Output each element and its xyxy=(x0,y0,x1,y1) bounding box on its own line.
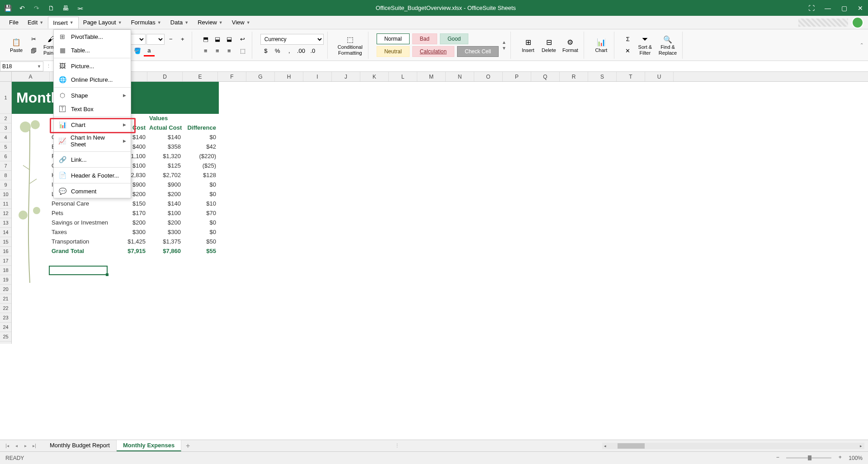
align-left-icon[interactable]: ≡ xyxy=(200,46,211,56)
avatar[interactable] xyxy=(852,17,863,28)
conditional-formatting-button[interactable]: ⬚ Conditional Formatting xyxy=(336,33,364,56)
row-header[interactable]: 8 xyxy=(0,171,11,180)
row-header[interactable]: 15 xyxy=(0,237,11,247)
column-header[interactable]: R xyxy=(560,72,588,81)
menu-item-text-box[interactable]: 🅃Text Box xyxy=(54,102,131,116)
style-good[interactable]: Good xyxy=(440,33,468,44)
cell[interactable]: $140 xyxy=(147,133,183,142)
menu-formulas[interactable]: Formulas ▼ xyxy=(127,17,166,28)
font-size-select[interactable] xyxy=(146,34,165,45)
cell[interactable]: Taxes xyxy=(50,228,108,237)
menu-item-chart-in-new-sheet[interactable]: 📈Chart In New Sheet▶ xyxy=(54,131,131,150)
cell[interactable]: $0 xyxy=(183,218,218,228)
cell[interactable]: Pets xyxy=(50,209,108,218)
cell[interactable]: Personal Care xyxy=(50,199,108,209)
column-header[interactable]: N xyxy=(446,72,474,81)
menu-page-layout[interactable]: Page Layout ▼ xyxy=(79,17,127,28)
align-top-icon[interactable]: ⬒ xyxy=(200,34,211,45)
collapse-ribbon-icon[interactable]: ⌃ xyxy=(859,42,864,47)
row-header[interactable]: 4 xyxy=(0,133,11,142)
row-header[interactable]: 7 xyxy=(0,161,11,171)
add-sheet-button[interactable]: + xyxy=(181,442,194,450)
row-header[interactable]: 23 xyxy=(0,313,11,323)
styles-down-icon[interactable]: ▼ xyxy=(501,46,507,51)
undo-icon[interactable]: ↶ xyxy=(18,4,26,12)
column-header[interactable]: F xyxy=(218,72,246,81)
currency-icon[interactable]: $ xyxy=(260,46,271,56)
row-header[interactable]: 1 xyxy=(0,82,11,114)
column-header[interactable]: I xyxy=(303,72,332,81)
sheet-tab[interactable]: Monthly Budget Report xyxy=(43,440,117,451)
column-header[interactable]: S xyxy=(588,72,617,81)
cell[interactable]: Values xyxy=(147,114,218,123)
style-normal[interactable]: Normal xyxy=(377,33,410,44)
row-header[interactable]: 24 xyxy=(0,323,11,332)
cell[interactable]: Savings or Investmen xyxy=(50,218,108,228)
row-header[interactable]: 22 xyxy=(0,304,11,313)
menu-item-link[interactable]: 🔗Link... xyxy=(54,153,131,166)
row-header[interactable]: 14 xyxy=(0,228,11,237)
menu-item-header-footer[interactable]: 📄Header & Footer... xyxy=(54,169,131,182)
minimize-icon[interactable]: — xyxy=(824,4,832,12)
delete-button[interactable]: ⊟Delete xyxy=(540,37,558,54)
row-header[interactable]: 17 xyxy=(0,256,11,266)
menu-view[interactable]: View ▼ xyxy=(227,17,255,28)
cell[interactable]: $125 xyxy=(147,161,183,171)
sort-filter-button[interactable]: ⏷Sort & Filter xyxy=(636,33,654,56)
cell[interactable]: $7,915 xyxy=(108,247,147,256)
row-header[interactable]: 25 xyxy=(0,332,11,342)
zoom-out-button[interactable]: − xyxy=(774,454,782,462)
cell[interactable]: $1,320 xyxy=(147,152,183,161)
cell[interactable]: $300 xyxy=(108,228,147,237)
row-header[interactable]: 21 xyxy=(0,294,11,304)
styles-up-icon[interactable]: ▲ xyxy=(501,40,507,45)
row-header[interactable]: 5 xyxy=(0,142,11,152)
cell[interactable]: $0 xyxy=(183,228,218,237)
cell[interactable]: $0 xyxy=(183,180,218,190)
fill-color-icon[interactable]: 🪣 xyxy=(132,46,143,56)
cell[interactable]: $2,702 xyxy=(147,171,183,180)
chart-button[interactable]: 📊Chart xyxy=(592,37,610,54)
column-header[interactable]: K xyxy=(360,72,389,81)
formula-bar[interactable] xyxy=(54,61,868,71)
tab-last-icon[interactable]: ▸| xyxy=(31,442,38,450)
align-middle-icon[interactable]: ⬓ xyxy=(212,34,223,45)
column-header[interactable]: L xyxy=(389,72,417,81)
name-box[interactable]: B18 ▼ xyxy=(0,61,43,71)
style-bad[interactable]: Bad xyxy=(412,33,437,44)
row-header[interactable]: 19 xyxy=(0,275,11,285)
column-header[interactable]: H xyxy=(275,72,303,81)
cell[interactable]: $7,860 xyxy=(147,247,183,256)
cell[interactable]: $140 xyxy=(147,199,183,209)
fullscreen-icon[interactable]: ⛶ xyxy=(807,4,816,12)
cell[interactable]: $128 xyxy=(183,171,218,180)
row-header[interactable]: 2 xyxy=(0,114,11,123)
column-header[interactable]: D xyxy=(147,72,183,81)
zoom-slider[interactable] xyxy=(786,457,831,459)
cell[interactable]: $0 xyxy=(183,190,218,199)
cell[interactable]: Grand Total xyxy=(50,247,108,256)
cut-icon[interactable]: ✂ xyxy=(28,34,39,45)
copy-icon[interactable]: 🗐 xyxy=(28,46,39,56)
find-replace-button[interactable]: 🔍Find & Replace xyxy=(657,33,679,56)
close-icon[interactable]: ✕ xyxy=(856,4,864,12)
column-header[interactable]: M xyxy=(417,72,446,81)
new-doc-icon[interactable]: 🗋 xyxy=(47,4,55,12)
decrease-font-icon[interactable]: − xyxy=(165,34,176,45)
cell[interactable]: ($220) xyxy=(183,152,218,161)
cell[interactable]: Difference xyxy=(183,123,218,133)
row-header[interactable]: 12 xyxy=(0,209,11,218)
cell[interactable]: Actual Cost xyxy=(147,123,183,133)
wrap-text-icon[interactable]: ↩ xyxy=(237,34,248,45)
column-header[interactable]: J xyxy=(332,72,360,81)
row-header[interactable]: 9 xyxy=(0,180,11,190)
align-right-icon[interactable]: ≡ xyxy=(224,46,235,56)
cell[interactable]: $200 xyxy=(108,218,147,228)
cell-grid[interactable]: Monthl Valuesd CostActual CostDifference… xyxy=(12,82,868,344)
menu-insert[interactable]: Insert ▼ xyxy=(48,17,78,28)
menu-review[interactable]: Review ▼ xyxy=(193,17,227,28)
menu-item-shape[interactable]: ⬡Shape▶ xyxy=(54,89,131,102)
autosum-icon[interactable]: Σ xyxy=(623,34,633,45)
cell[interactable]: $300 xyxy=(147,228,183,237)
menu-edit[interactable]: Edit ▼ xyxy=(23,17,48,28)
